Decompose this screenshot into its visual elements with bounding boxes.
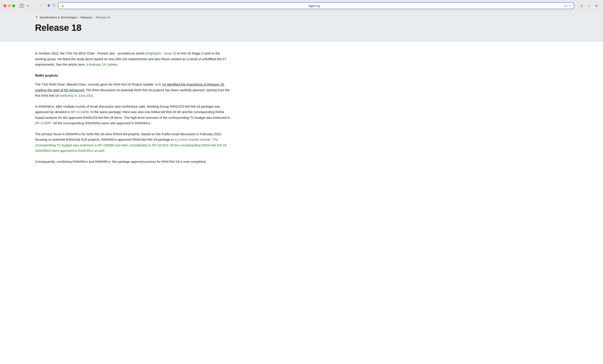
traffic-lights	[3, 4, 15, 7]
para1-text-start: In October 2022, the TSG SA WG2 Chair - …	[35, 51, 147, 55]
back-button[interactable]: ‹	[31, 3, 37, 9]
title-bar: ▾ ‹ › 🗡 🛡 🔒 3gpp.org 📖 ✕ ⎙ + ⧉	[0, 0, 603, 11]
highlights-link[interactable]: Highlights - Issue 5	[147, 51, 175, 55]
chevron-down-icon[interactable]: ▾	[27, 4, 28, 7]
breadcrumb-specs-link[interactable]: Specifications & Technologies	[40, 16, 77, 19]
para2-start: The TSG RAN Chair, Wanshi Chen, recently…	[35, 82, 162, 86]
ran95-paragraph: The primary focus in RAN#95-e for RAN Re…	[35, 131, 232, 153]
browser-window: ▾ ‹ › 🗡 🛡 🔒 3gpp.org 📖 ✕ ⎙ + ⧉	[0, 0, 603, 11]
breadcrumb-releases-link[interactable]: Releases	[81, 16, 92, 19]
tabs-overview-button[interactable]: ⧉	[593, 3, 600, 9]
ran-paragraph: The TSG RAN Chair, Wanshi Chen, recently…	[35, 82, 232, 98]
minimize-button[interactable]	[8, 4, 11, 7]
breadcrumb-current: Release 18	[96, 16, 110, 19]
page-title: Release 18	[35, 23, 568, 33]
breadcrumb: 📍 Specifications & Technologies / Releas…	[35, 16, 568, 19]
radio-projects-heading: Radio projects:	[35, 73, 232, 78]
location-pin-icon: 📍	[35, 16, 38, 19]
para3-end: . All the corresponding SIDs/WIDs were a…	[52, 121, 151, 125]
share-button[interactable]: ⎙	[579, 3, 585, 9]
close-button[interactable]	[3, 4, 6, 7]
intro-paragraph: In October 2022, the TSG SA WG2 Chair - …	[35, 50, 232, 67]
rp213469-link[interactable]: RP-213469	[71, 110, 87, 114]
release18-update-link[interactable]: A Release 18 Update	[86, 63, 117, 66]
tally-extension-icon[interactable]: 🗡	[47, 4, 50, 8]
extension-area: 🗡 🛡	[47, 4, 56, 8]
page-header: 📍 Specifications & Technologies / Releas…	[0, 11, 603, 42]
forward-button[interactable]: ›	[38, 3, 44, 9]
breadcrumb-sep-2: /	[94, 16, 95, 19]
workshop-link[interactable]: workshop in June 2021	[60, 94, 93, 97]
new-tab-button[interactable]: +	[586, 3, 592, 9]
rp213697-link[interactable]: RP-213697	[35, 121, 52, 125]
close-tab-icon[interactable]: ✕	[569, 4, 571, 7]
address-bar[interactable]: 🔒 3gpp.org 📖 ✕	[58, 2, 574, 9]
lock-icon: 🔒	[61, 4, 64, 7]
page-wrapper: 📍 Specifications & Technologies / Releas…	[0, 11, 603, 364]
shield-extension-icon[interactable]: 🛡	[52, 4, 56, 8]
ran94-paragraph: In RAN#94-e, after multiple rounds of em…	[35, 104, 232, 126]
main-content: In October 2022, the TSG SA WG2 Chair - …	[0, 42, 603, 183]
maximize-button[interactable]	[12, 4, 15, 7]
breadcrumb-sep-1: /	[79, 16, 79, 19]
content-body: In October 2022, the TSG SA WG2 Chair - …	[35, 50, 232, 164]
url-text: 3gpp.org	[66, 4, 563, 7]
para1-end: .	[117, 63, 118, 66]
conclusion-paragraph: Consequently, combining RAN#94-e and RAN…	[35, 159, 232, 164]
reader-mode-icon[interactable]: 📖	[564, 4, 567, 7]
right-browser-icons: ⎙ + ⧉	[579, 3, 600, 9]
para2-end: .	[93, 94, 94, 97]
nav-buttons: ‹ ›	[31, 3, 44, 9]
sidebar-toggle-button[interactable]	[20, 4, 24, 7]
